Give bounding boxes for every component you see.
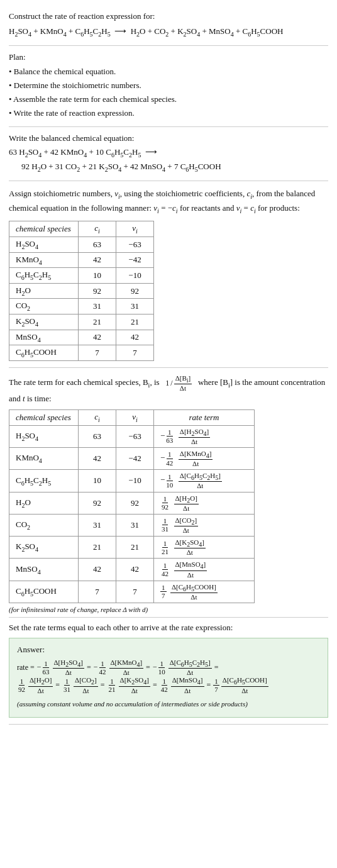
stoich-ci-h2so4: 63 bbox=[79, 236, 116, 252]
rate-row-k2so4: K2SO4 21 21 121 Δ[K2SO4]Δt bbox=[9, 537, 255, 559]
answer-label: Answer: bbox=[17, 645, 320, 655]
stoich-ci-k2so4: 21 bbox=[79, 314, 116, 330]
rate-fraction-intro: 1 / Δ[Bi] Δt bbox=[165, 374, 192, 392]
stoich-row-h2o: H2O 92 92 bbox=[9, 283, 154, 299]
plan-item-2: • Determine the stoichiometric numbers. bbox=[9, 79, 328, 92]
plan-title: Plan: bbox=[9, 52, 328, 62]
rate-species-mnso4: MnSO4 bbox=[9, 559, 79, 581]
reaction-equation: H2SO4 + KMnO4 + C6H5C2H5 ⟶ H2O + CO2 + K… bbox=[9, 25, 328, 39]
stoich-species-c6h5cooh: C6H5COOH bbox=[9, 345, 79, 361]
rate-term-mnso4: 142 Δ[MnSO4]Δt bbox=[154, 559, 255, 581]
balanced-section: Write the balanced chemical equation: 63… bbox=[9, 128, 328, 181]
rate-term-h2so4: −163 Δ[H2SO4]Δt bbox=[154, 425, 255, 447]
rate-species-h2so4: H2SO4 bbox=[9, 425, 79, 447]
rate-row-kmno4: KMnO4 42 −42 −142 Δ[KMnO4]Δt bbox=[9, 447, 255, 469]
rate-term-co2: 131 Δ[CO2]Δt bbox=[154, 514, 255, 536]
rate-term-ansf: 121 Δ[K2SO4]Δt bbox=[108, 676, 150, 694]
rate-term-h2o: 192 Δ[H2O]Δt bbox=[154, 492, 255, 514]
stoich-row-co2: CO2 31 31 bbox=[9, 299, 154, 314]
rate-table: chemical species ci νi rate term H2SO4 6… bbox=[9, 409, 255, 603]
stoich-vi-k2so4: 21 bbox=[116, 314, 154, 330]
rate-row-h2so4: H2SO4 63 −63 −163 Δ[H2SO4]Δt bbox=[9, 425, 255, 447]
stoich-ci-c6h5c2h5: 10 bbox=[79, 268, 116, 284]
rate-term-anse: 131 Δ[CO2]Δt bbox=[62, 676, 98, 694]
stoich-ci-co2: 31 bbox=[79, 299, 116, 314]
stoich-ci-mnso4: 42 bbox=[79, 330, 116, 345]
rate-col-rate: rate term bbox=[154, 410, 255, 426]
stoich-row-k2so4: K2SO4 21 21 bbox=[9, 314, 154, 330]
balanced-title: Write the balanced chemical equation: bbox=[9, 133, 328, 143]
set-rate-section: Set the rate terms equal to each other t… bbox=[9, 618, 328, 725]
rate-species-h2o: H2O bbox=[9, 492, 79, 514]
rate-term-kmno4: −142 Δ[KMnO4]Δt bbox=[154, 447, 255, 469]
stoich-species-kmno4: KMnO4 bbox=[9, 252, 79, 268]
rate-term-section: The rate term for each chemical species,… bbox=[9, 369, 328, 618]
stoich-vi-mnso4: 42 bbox=[116, 330, 154, 345]
rate-term-intro: The rate term for each chemical species,… bbox=[9, 374, 328, 406]
stoich-row-c6h5c2h5: C6H5C2H5 10 −10 bbox=[9, 268, 154, 284]
stoich-vi-co2: 31 bbox=[116, 299, 154, 314]
rate-row-co2: CO2 31 31 131 Δ[CO2]Δt bbox=[9, 514, 255, 536]
rate-species-c6h5cooh: C6H5COOH bbox=[9, 581, 79, 603]
stoich-species-h2so4: H2SO4 bbox=[9, 236, 79, 252]
rate-term-ansd: 192 Δ[H2O]Δt bbox=[17, 676, 53, 694]
plan-item-4: • Write the rate of reaction expression. bbox=[9, 106, 328, 120]
stoich-species-mnso4: MnSO4 bbox=[9, 330, 79, 345]
stoich-vi-kmno4: −42 bbox=[116, 252, 154, 268]
stoich-col-vi: νi bbox=[116, 221, 154, 237]
stoich-species-co2: CO2 bbox=[9, 299, 79, 314]
stoich-species-k2so4: K2SO4 bbox=[9, 314, 79, 330]
rate-term-ansb: −142 Δ[KMnO4]Δt bbox=[94, 659, 143, 676]
stoich-row-h2so4: H2SO4 63 −63 bbox=[9, 236, 154, 252]
rate-col-species: chemical species bbox=[9, 410, 79, 426]
stoich-species-h2o: H2O bbox=[9, 283, 79, 299]
stoich-vi-h2o: 92 bbox=[116, 283, 154, 299]
construct-label: Construct the rate of reaction expressio… bbox=[9, 11, 328, 21]
stoich-col-species: chemical species bbox=[9, 221, 79, 237]
stoich-row-mnso4: MnSO4 42 42 bbox=[9, 330, 154, 345]
stoich-table: chemical species ci νi H2SO4 63 −63 KMnO… bbox=[9, 221, 154, 360]
stoich-vi-c6h5cooh: 7 bbox=[116, 345, 154, 361]
answer-content: rate = −163 Δ[H2SO4]Δt = −142 Δ[KMnO4]Δt… bbox=[17, 659, 320, 711]
header-section: Construct the rate of reaction expressio… bbox=[9, 6, 328, 46]
rate-term-k2so4: 121 Δ[K2SO4]Δt bbox=[154, 537, 255, 559]
rate-equals-label: rate = bbox=[17, 659, 35, 676]
plan-item-1: • Balance the chemical equation. bbox=[9, 65, 328, 79]
rate-col-vi: νi bbox=[116, 410, 154, 426]
rate-term-c6h5c2h5: −110 Δ[C6H5C2H5]Δt bbox=[154, 470, 255, 492]
rate-species-kmno4: KMnO4 bbox=[9, 447, 79, 469]
rate-row-c6h5c2h5: C6H5C2H5 10 −10 −110 Δ[C6H5C2H5]Δt bbox=[9, 470, 255, 492]
rate-term-c6h5cooh: 17 Δ[C6H5COOH]Δt bbox=[154, 581, 255, 603]
rate-row-c6h5cooh: C6H5COOH 7 7 17 Δ[C6H5COOH]Δt bbox=[9, 581, 255, 603]
stoich-vi-c6h5c2h5: −10 bbox=[116, 268, 154, 284]
balanced-eq-line2: 92 H2O + 31 CO2 + 21 K2SO4 + 42 MnSO4 + … bbox=[9, 160, 328, 175]
rate-col-ci: ci bbox=[79, 410, 116, 426]
stoich-section: Assign stoichiometric numbers, νi, using… bbox=[9, 182, 328, 368]
answer-box: Answer: rate = −163 Δ[H2SO4]Δt = −142 Δ[… bbox=[9, 638, 328, 718]
stoich-intro: Assign stoichiometric numbers, νi, using… bbox=[9, 187, 328, 216]
rate-term-ansa: −163 Δ[H2SO4]Δt bbox=[37, 659, 84, 676]
rate-term-ansg: 142 Δ[MnSO4]Δt bbox=[160, 676, 204, 694]
stoich-row-kmno4: KMnO4 42 −42 bbox=[9, 252, 154, 268]
balanced-eq-line1: 63 H2SO4 + 42 KMnO4 + 10 C6H5C2H5 ⟶ bbox=[9, 146, 328, 160]
rate-species-c6h5c2h5: C6H5C2H5 bbox=[9, 470, 79, 492]
stoich-ci-kmno4: 42 bbox=[79, 252, 116, 268]
answer-note: (assuming constant volume and no accumul… bbox=[17, 697, 320, 711]
rate-species-co2: CO2 bbox=[9, 514, 79, 536]
stoich-vi-h2so4: −63 bbox=[116, 236, 154, 252]
stoich-ci-h2o: 92 bbox=[79, 283, 116, 299]
plan-item-3: • Assemble the rate term for each chemic… bbox=[9, 92, 328, 106]
stoich-ci-c6h5cooh: 7 bbox=[79, 345, 116, 361]
rate-term-ansh: 17 Δ[C6H5COOH]Δt bbox=[213, 676, 268, 694]
plan-section: Plan: • Balance the chemical equation. •… bbox=[9, 47, 328, 127]
rate-term-ansc: −110 Δ[C6H5C2H5]Δt bbox=[153, 659, 212, 676]
stoich-row-c6h5cooh: C6H5COOH 7 7 bbox=[9, 345, 154, 361]
rate-species-k2so4: K2SO4 bbox=[9, 537, 79, 559]
stoich-species-c6h5c2h5: C6H5C2H5 bbox=[9, 268, 79, 284]
rate-row-mnso4: MnSO4 42 42 142 Δ[MnSO4]Δt bbox=[9, 559, 255, 581]
rate-row-h2o: H2O 92 92 192 Δ[H2O]Δt bbox=[9, 492, 255, 514]
stoich-col-ci: ci bbox=[79, 221, 116, 237]
set-rate-text: Set the rate terms equal to each other t… bbox=[9, 623, 328, 633]
rate-note: (for infinitesimal rate of change, repla… bbox=[9, 606, 328, 613]
